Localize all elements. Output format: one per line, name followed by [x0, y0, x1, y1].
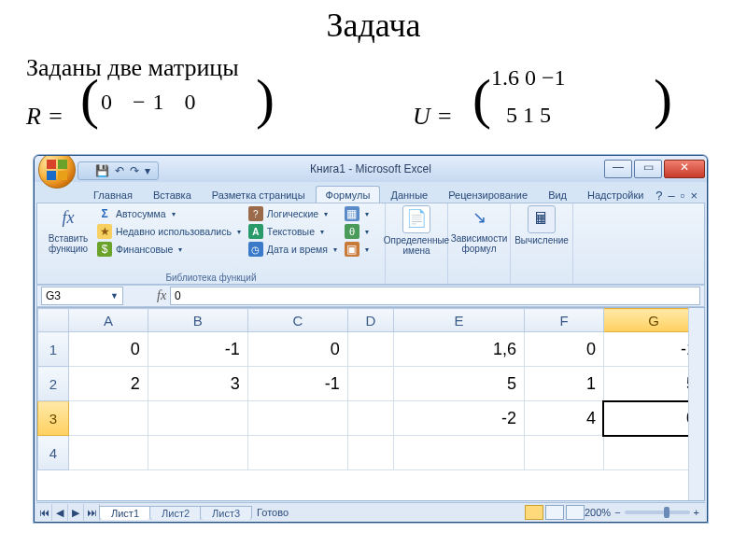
- sheet-tab-3[interactable]: Лист3: [200, 506, 252, 520]
- ribbon-help-icon[interactable]: ?: [655, 189, 662, 203]
- cell[interactable]: -1: [247, 367, 347, 401]
- fx-icon[interactable]: fx: [153, 288, 170, 303]
- cell[interactable]: 0: [525, 332, 604, 367]
- view-normal-button[interactable]: [525, 505, 543, 520]
- sheet-tab-2[interactable]: Лист2: [149, 506, 202, 520]
- cell[interactable]: [347, 436, 393, 470]
- text-label: Текстовые: [267, 226, 315, 237]
- tab-insert[interactable]: Вставка: [143, 186, 202, 203]
- calculation-button[interactable]: 🖩 Вычисление: [516, 205, 567, 245]
- cell[interactable]: 1,6: [393, 332, 524, 367]
- view-page-layout-button[interactable]: [545, 505, 564, 520]
- matrices: R = ( 0 −1 0 ) U = ( 1.6 0 −1 5 1 5 ): [0, 88, 747, 144]
- cell[interactable]: [347, 401, 393, 436]
- theta-icon: θ: [345, 224, 359, 239]
- qat-save-icon[interactable]: 💾: [95, 164, 109, 177]
- zoom-slider[interactable]: [625, 511, 690, 514]
- sheet-nav-prev[interactable]: ◀: [52, 504, 68, 521]
- qat-undo-icon[interactable]: ↶: [115, 164, 124, 177]
- cell[interactable]: 4: [525, 401, 604, 436]
- text-button[interactable]: AТекстовые▾: [248, 223, 337, 240]
- formula-input[interactable]: 0: [170, 287, 700, 305]
- more-icon: ▣: [345, 242, 359, 257]
- table-row: 3 -2 4 0: [38, 401, 704, 436]
- tab-home[interactable]: Главная: [83, 186, 143, 203]
- quick-access-toolbar: 💾 ↶ ↷ ▾: [78, 161, 159, 180]
- defined-names-button[interactable]: 📄 Определенные имена: [391, 205, 442, 256]
- cell[interactable]: [69, 401, 148, 436]
- office-button[interactable]: [38, 155, 76, 189]
- tab-page-layout[interactable]: Разметка страницы: [202, 186, 316, 203]
- sheet-nav-last[interactable]: ⏭: [84, 504, 100, 521]
- mdi-close-button[interactable]: ×: [690, 189, 698, 203]
- sheet-tab-1[interactable]: Лист1: [99, 506, 151, 520]
- mdi-minimize-button[interactable]: –: [669, 189, 675, 203]
- name-box[interactable]: G3 ▼: [41, 287, 123, 305]
- cell[interactable]: [69, 436, 148, 470]
- zoom-out-button[interactable]: −: [614, 507, 620, 518]
- window-maximize-button[interactable]: ▭: [634, 160, 662, 178]
- col-header-e[interactable]: E: [393, 309, 524, 332]
- chevron-down-icon: ▾: [324, 210, 328, 218]
- recently-used-button[interactable]: ★Недавно использовались▾: [97, 223, 241, 240]
- cell[interactable]: [148, 401, 247, 436]
- cell[interactable]: [247, 401, 347, 436]
- formula-auditing-button[interactable]: ↘ Зависимости формул: [454, 205, 504, 254]
- col-header-a[interactable]: A: [69, 309, 148, 332]
- tab-formulas[interactable]: Формулы: [316, 186, 381, 203]
- cell[interactable]: -2: [393, 401, 524, 436]
- qat-redo-icon[interactable]: ↷: [130, 164, 139, 177]
- window-minimize-button[interactable]: —: [604, 160, 632, 178]
- tab-review[interactable]: Рецензирование: [438, 186, 538, 203]
- math-button[interactable]: θ▾: [345, 223, 369, 240]
- cell[interactable]: [347, 367, 393, 401]
- qat-dropdown-icon[interactable]: ▾: [145, 164, 150, 177]
- cell[interactable]: [148, 436, 247, 470]
- view-page-break-button[interactable]: [566, 505, 585, 520]
- row-header-2[interactable]: 2: [38, 367, 69, 401]
- sheet-nav-first[interactable]: ⏮: [36, 504, 52, 521]
- datetime-button[interactable]: ◷Дата и время▾: [248, 241, 337, 258]
- col-header-c[interactable]: C: [247, 309, 347, 332]
- col-header-d[interactable]: D: [347, 309, 393, 332]
- cell[interactable]: 0: [69, 332, 148, 367]
- col-header-f[interactable]: F: [525, 309, 604, 332]
- financial-button[interactable]: $Финансовые▾: [97, 241, 241, 258]
- calculator-icon: 🖩: [528, 205, 556, 233]
- cell[interactable]: [525, 436, 604, 470]
- select-all-corner[interactable]: [38, 309, 69, 332]
- cell[interactable]: -1: [148, 332, 247, 367]
- autosum-button[interactable]: ΣАвтосумма▾: [97, 205, 241, 222]
- cell[interactable]: 3: [148, 367, 247, 401]
- col-header-b[interactable]: B: [148, 309, 247, 332]
- worksheet-grid[interactable]: A B C D E F G 1 0 -1 0 1,6 0 -1 2 2: [36, 307, 705, 501]
- tab-addins[interactable]: Надстройки: [577, 186, 654, 203]
- chevron-down-icon[interactable]: ▼: [110, 291, 119, 301]
- cell[interactable]: 0: [247, 332, 347, 367]
- insert-function-button[interactable]: fx Вставить функцию: [43, 205, 93, 258]
- logical-button[interactable]: ?Логические▾: [248, 205, 337, 222]
- table-row: 1 0 -1 0 1,6 0 -1: [38, 332, 704, 367]
- row-header-4[interactable]: 4: [38, 436, 69, 470]
- cell[interactable]: 5: [393, 367, 524, 401]
- zoom-in-button[interactable]: +: [694, 507, 699, 518]
- mdi-restore-button[interactable]: ▫: [681, 189, 685, 203]
- more-functions-button[interactable]: ▣▾: [345, 241, 369, 258]
- window-titlebar: 💾 ↶ ↷ ▾ Книга1 - Microsoft Excel — ▭ ✕: [35, 156, 707, 182]
- cell[interactable]: [393, 436, 524, 470]
- lookup-button[interactable]: ▦▾: [345, 205, 369, 222]
- cell[interactable]: [347, 332, 393, 367]
- tab-data[interactable]: Данные: [380, 186, 438, 203]
- table-row: 4: [38, 436, 704, 470]
- cell[interactable]: [247, 436, 347, 470]
- sheet-nav-next[interactable]: ▶: [68, 504, 84, 521]
- paren-icon: ): [654, 67, 672, 132]
- matrix-u-label: U =: [413, 103, 453, 131]
- window-close-button[interactable]: ✕: [664, 160, 705, 178]
- cell[interactable]: 1: [525, 367, 604, 401]
- row-header-3[interactable]: 3: [38, 401, 69, 436]
- row-header-1[interactable]: 1: [38, 332, 69, 367]
- cell[interactable]: 2: [69, 367, 148, 401]
- vertical-scrollbar[interactable]: [688, 308, 704, 500]
- tab-view[interactable]: Вид: [538, 186, 577, 203]
